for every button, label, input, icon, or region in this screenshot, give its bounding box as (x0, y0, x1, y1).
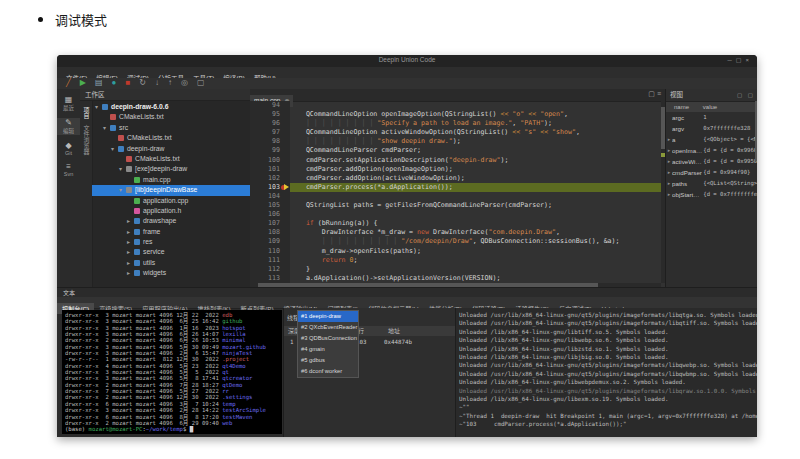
minimize-icon[interactable]: ─ (728, 57, 736, 63)
code-line[interactable]: 102 cmdParser.addOption(activeWindowOpti… (250, 174, 661, 183)
code-line[interactable]: 103 cmdParser.process(*a.dApplication())… (250, 183, 661, 192)
tree-item[interactable]: ▾[exe]deepin-draw (92, 164, 250, 174)
stop-icon[interactable]: ■ (125, 78, 130, 88)
sidebar-item-git[interactable]: ◆Git (57, 141, 80, 156)
variable-row[interactable]: argc1 (666, 112, 757, 123)
tree-item[interactable]: ▸service (92, 247, 250, 257)
window-controls[interactable]: ─▢× (728, 56, 753, 63)
variable-row[interactable]: argv0x7fffffffe328 (666, 123, 757, 134)
code-line[interactable]: 104 (250, 192, 661, 201)
tree-item[interactable]: application.cpp (92, 196, 250, 206)
code-line[interactable]: 105 QStringList paths = getFilesFromQCom… (250, 201, 661, 210)
line-number[interactable]: 112 (250, 265, 290, 274)
tree-item[interactable]: application.h (92, 206, 250, 216)
expander-icon[interactable]: ▸ (127, 247, 134, 257)
code-line[interactable]: 94 (250, 101, 661, 110)
code-area[interactable]: 9495 QCommandLineOption openImageOption(… (250, 101, 661, 283)
code-line[interactable]: 101 cmdParser.addOption(openImageOption)… (250, 165, 661, 174)
close-icon[interactable]: × (745, 57, 753, 63)
tree-item[interactable]: main.cpp (92, 175, 250, 185)
line-number[interactable]: 107 (250, 219, 290, 228)
vertical-tab[interactable]: 文件浏览器 (82, 125, 91, 155)
line-number[interactable]: 98 (250, 137, 290, 146)
line-number[interactable]: 102 (250, 174, 290, 183)
expander-icon[interactable]: ▸ (127, 237, 134, 247)
line-number[interactable]: 99 (250, 146, 290, 155)
tree-item[interactable]: CMakeLists.txt (92, 133, 250, 143)
code-line[interactable]: 98 │ │ │ │ │ │ │ │ │ "show deepin draw."… (250, 137, 661, 146)
start-debug-icon[interactable]: ▶ (80, 78, 86, 88)
terminal[interactable]: drwxr-xr-x 3 mozart mozart 4096 12月 22 2… (62, 310, 282, 434)
tree-item[interactable]: ▾deepin-draw-6.0.6 (92, 102, 250, 112)
line-number[interactable]: 101 (250, 165, 290, 174)
sidebar-item-recent[interactable]: ▦最近 (57, 95, 80, 112)
thread-item[interactable]: #1 deepin-draw (298, 311, 358, 322)
terminal-prompt[interactable]: (base) mozart@mozart-PC:~/work/temp$ █ (65, 426, 282, 432)
sidebar-item-svn[interactable]: ≡Svn (57, 162, 80, 177)
line-number[interactable]: 109 (250, 237, 290, 246)
line-number[interactable]: 97 (250, 128, 290, 137)
variable-row[interactable]: ▸openIma…{d = {d = 0x9960a0}} (666, 145, 757, 156)
variable-row[interactable]: ▸activeWi…{d = {d = 0x9950f3}} (666, 156, 757, 167)
code-line[interactable]: 113 a.dApplication()->setApplicationVers… (250, 274, 661, 283)
code-line[interactable]: 95 QCommandLineOption openImageOption(QS… (250, 110, 661, 119)
remote-debug-icon[interactable]: ▢ (197, 78, 205, 88)
code-line[interactable]: 99 QCommandLineParser cmdParser; (250, 146, 661, 155)
line-number[interactable]: 113 (250, 274, 290, 283)
code-line[interactable]: 109 │ │ │ │ │ │ │ │ │ │ "/com/deepin/Dra… (250, 237, 661, 246)
code-line[interactable]: 100 cmdParser.setApplicationDescription(… (250, 156, 661, 165)
line-number[interactable]: 104 (250, 192, 290, 201)
vertical-tab[interactable]: 项目 (82, 107, 91, 119)
expander-icon[interactable]: ▸ (127, 216, 134, 226)
line-number[interactable]: 96 (250, 119, 290, 128)
thread-item[interactable]: #6 dconf worker (298, 366, 358, 377)
line-number[interactable]: 110 (250, 247, 290, 256)
code-line[interactable]: 111 return 0; (250, 256, 661, 265)
step-out-icon[interactable]: ↑ (168, 78, 172, 88)
line-number[interactable]: 100 (250, 156, 290, 165)
line-number[interactable]: 106 (250, 210, 290, 219)
title-bar[interactable]: Deepin Union Code ─▢× (57, 55, 757, 67)
variable-row[interactable]: ▸objStart…{d = 0x7fffffffe1f0, e… (666, 189, 757, 200)
attach-icon[interactable]: ▤ (95, 78, 103, 88)
tree-item[interactable]: ▸utils (92, 258, 250, 268)
code-line[interactable]: 97 QCommandLineOption activeWindowOption… (250, 128, 661, 137)
step-over-icon[interactable]: ↻ (139, 78, 146, 88)
thread-item[interactable]: #4 gmain (298, 344, 358, 355)
tree-item[interactable]: ▸res (92, 237, 250, 247)
thread-item[interactable]: #2 QXcbEventReader (298, 322, 358, 333)
expander-icon[interactable]: ▾ (103, 123, 110, 133)
thread-item[interactable]: #5 gdbus (298, 355, 358, 366)
tree-item[interactable]: ▾deepin-draw (92, 144, 250, 154)
line-number[interactable]: 105 (250, 201, 290, 210)
expander-icon[interactable]: ▸ (127, 268, 134, 278)
settings-icon[interactable]: ◎ (181, 78, 188, 88)
line-number[interactable]: 111 (250, 256, 290, 265)
code-line[interactable]: 110 m_draw->openFiles(paths); (250, 247, 661, 256)
editor-tabbar-menu-icon[interactable]: ▢ ≡ (648, 90, 661, 98)
code-line[interactable]: 96 │ │ │ │ │ │ │ │ │ "Specify a path to … (250, 119, 661, 128)
sidebar-item-edit[interactable]: ✎编辑 (57, 118, 80, 135)
thread-item[interactable]: #3 QDBusConnection (298, 333, 358, 344)
build-icon[interactable]: ╱ (66, 78, 71, 88)
continue-icon[interactable]: ● (112, 78, 117, 88)
tree-item[interactable]: ▸drawshape (92, 216, 250, 226)
variable-row[interactable]: ▸cmdParser{d = 0x994f90} (666, 167, 757, 178)
step-into-icon[interactable]: ↓ (155, 78, 159, 88)
variable-row[interactable]: ▸a{<QObject> = {<Na d… (666, 134, 757, 145)
tree-item[interactable]: ▾[lib]deepinDrawBase (92, 185, 250, 195)
code-line[interactable]: 108 DrawInterface *m_draw = new DrawInte… (250, 228, 661, 237)
expander-icon[interactable]: ▾ (95, 102, 102, 112)
code-line[interactable]: 106 (250, 210, 661, 219)
variables-panel-header-icons[interactable]: ▢ ▢ (737, 89, 755, 101)
expander-icon[interactable]: ▾ (119, 185, 126, 195)
line-number[interactable]: 108 (250, 228, 290, 237)
tree-item[interactable]: CMakeLists.txt (92, 154, 250, 164)
variables-scrollbar[interactable] (755, 101, 757, 161)
thread-dropdown[interactable]: #1 deepin-draw#2 QXcbEventReader#3 QDBus… (297, 310, 359, 378)
expander-icon[interactable]: ▸ (127, 227, 134, 237)
variable-row[interactable]: ▸paths{<QList<QString>> =… (666, 178, 757, 189)
line-number[interactable]: 94 (250, 101, 290, 110)
tree-item[interactable]: CMakeLists.txt (92, 112, 250, 122)
expander-icon[interactable]: ▾ (111, 144, 118, 154)
